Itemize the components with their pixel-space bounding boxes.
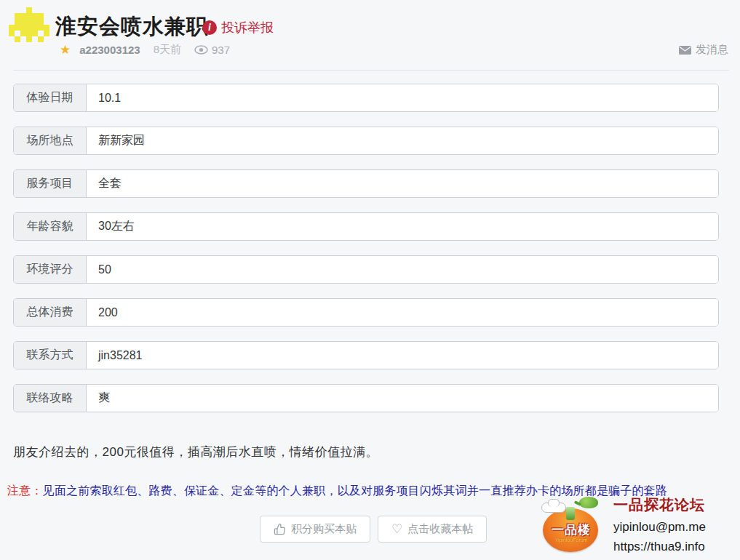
field-label: 联系方式 [14, 342, 87, 369]
thumbs-up-icon [274, 523, 286, 535]
field-value: 全套 [87, 170, 718, 197]
contact-email: yipinlou@pm.me [613, 520, 706, 535]
field-label: 体验日期 [14, 84, 87, 111]
send-message-button[interactable]: 发消息 [679, 43, 728, 57]
review-text: 朋友介绍去的，200元很值得，插高潮后水直喷，情绪价值拉满。 [13, 444, 378, 460]
pixel-monster-logo-icon [9, 7, 15, 13]
post-time: 8天前 [154, 43, 181, 57]
field-value: 爽 [87, 385, 718, 412]
logo-teacup-icon [566, 507, 575, 520]
field-label: 联络攻略 [14, 385, 87, 412]
report-label: 投诉举报 [221, 19, 274, 36]
logo-text: 一品楼 [541, 521, 601, 538]
field-label: 环境评分 [14, 256, 87, 283]
field-list: 体验日期 10.1 场所地点 新新家园 服务项目 全套 年龄容貌 30左右 环境… [13, 84, 719, 427]
report-link[interactable]: i 投诉举报 [202, 19, 274, 36]
field-value: 200 [87, 299, 718, 326]
field-value: 10.1 [87, 84, 718, 111]
field-row-contact: 联系方式 jin35281 [13, 341, 719, 369]
field-value: 30左右 [87, 213, 718, 240]
field-row-total-cost: 总体消费 200 [13, 298, 719, 327]
logo-subtext: YipinlouForum [541, 537, 601, 543]
favorite-label: 点击收藏本帖 [407, 522, 473, 536]
envelope-icon [679, 46, 691, 55]
forum-name: 一品探花论坛 [613, 495, 706, 515]
field-row-env-score: 环境评分 50 [13, 255, 719, 284]
star-icon: ★ [60, 42, 71, 57]
logo-teapot-icon [579, 497, 598, 508]
field-row-location: 场所地点 新新家园 [13, 127, 719, 155]
field-row-age-look: 年龄容貌 30左右 [13, 212, 719, 241]
buy-with-points-label: 积分购买本贴 [291, 522, 357, 536]
eye-icon [194, 45, 208, 55]
logo-cloud-icon [541, 503, 566, 513]
field-value: jin35281 [87, 342, 718, 369]
view-count: 937 [212, 44, 230, 56]
field-row-experience-date: 体验日期 10.1 [13, 84, 719, 112]
action-buttons: 积分购买本贴 ♡ 点击收藏本帖 [260, 516, 487, 543]
post-meta: ★ a223003123 8天前 937 [60, 42, 230, 57]
field-label: 场所地点 [14, 127, 87, 154]
send-message-label: 发消息 [696, 43, 728, 57]
site-info: 一品探花论坛 yipinlou@pm.me https://thua9.info [613, 495, 706, 554]
field-row-service: 服务项目 全套 [13, 169, 719, 198]
field-value: 50 [87, 256, 718, 283]
forum-logo: 一品楼 YipinlouForum [541, 497, 601, 556]
site-url: https://thua9.info [613, 540, 706, 554]
heart-icon: ♡ [391, 523, 402, 535]
field-value: 新新家园 [87, 127, 718, 154]
field-label: 年龄容貌 [14, 213, 87, 240]
header-divider [13, 70, 729, 71]
username-link[interactable]: a223003123 [79, 44, 140, 56]
field-row-strategy: 联络攻略 爽 [13, 384, 719, 412]
notice-label: 注意： [7, 484, 43, 497]
field-label: 总体消费 [14, 299, 87, 326]
page-title: 淮安会喷水兼职 [55, 12, 208, 41]
notice-text: 见面之前索取红包、路费、保证金、定金等的个人兼职，以及对服务项目闪烁其词并一直推… [43, 484, 668, 497]
field-label: 服务项目 [14, 170, 87, 197]
favorite-button[interactable]: ♡ 点击收藏本帖 [378, 516, 487, 543]
info-circle-icon: i [202, 20, 217, 35]
buy-with-points-button[interactable]: 积分购买本贴 [260, 516, 370, 543]
